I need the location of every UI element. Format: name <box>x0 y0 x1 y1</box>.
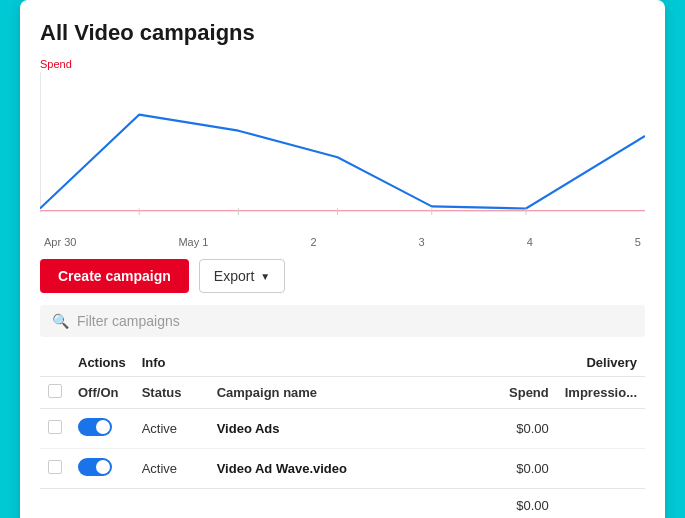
impressions-cell-0 <box>557 409 645 449</box>
filter-bar[interactable]: 🔍 Filter campaigns <box>40 305 645 337</box>
info-group-header: Info <box>134 349 477 377</box>
actions-group-label-cell: Actions <box>70 349 134 377</box>
total-spend: $0.00 <box>477 489 557 519</box>
impressions-cell-1 <box>557 449 645 489</box>
export-label: Export <box>214 268 254 284</box>
status-cell-1: Active <box>134 449 209 489</box>
x-label-4: 4 <box>527 236 533 248</box>
delivery-group-header: Delivery <box>477 349 645 377</box>
spend-cell-0: $0.00 <box>477 409 557 449</box>
row-checkbox-0[interactable] <box>40 409 70 449</box>
group-header-row: Actions Info Delivery <box>40 349 645 377</box>
spend-cell-1: $0.00 <box>477 449 557 489</box>
main-card: All Video campaigns Spend Apr 30 May 1 2… <box>20 0 665 518</box>
chevron-down-icon: ▼ <box>260 271 270 282</box>
total-impressions <box>557 489 645 519</box>
page-title: All Video campaigns <box>40 20 645 46</box>
th-campaign-name: Campaign name <box>209 377 477 409</box>
spend-chart <box>40 72 645 232</box>
campaign-name-cell-0[interactable]: Video Ads <box>209 409 477 449</box>
x-label-5: 5 <box>635 236 641 248</box>
x-label-2: 2 <box>310 236 316 248</box>
th-spend: Spend <box>477 377 557 409</box>
actions-group-header <box>40 349 70 377</box>
export-button[interactable]: Export ▼ <box>199 259 285 293</box>
table-row: Active Video Ads $0.00 <box>40 409 645 449</box>
th-status: Status <box>134 377 209 409</box>
x-label-0: Apr 30 <box>44 236 76 248</box>
create-campaign-button[interactable]: Create campaign <box>40 259 189 293</box>
toggle-cell-1[interactable] <box>70 449 134 489</box>
x-label-1: May 1 <box>178 236 208 248</box>
x-label-3: 3 <box>419 236 425 248</box>
toggle-0[interactable] <box>78 418 112 436</box>
x-axis-labels: Apr 30 May 1 2 3 4 5 <box>40 236 645 248</box>
select-all-checkbox[interactable] <box>48 384 62 398</box>
table-row: Active Video Ad Wave.video $0.00 <box>40 449 645 489</box>
total-label <box>40 489 477 519</box>
chart-area: Spend Apr 30 May 1 2 3 4 5 <box>40 58 645 243</box>
toggle-1[interactable] <box>78 458 112 476</box>
filter-placeholder: Filter campaigns <box>77 313 180 329</box>
campaigns-table: Actions Info Delivery Off/On Status Camp… <box>40 349 645 518</box>
search-icon: 🔍 <box>52 313 69 329</box>
chart-spend-label: Spend <box>40 58 72 70</box>
campaign-name-cell-1[interactable]: Video Ad Wave.video <box>209 449 477 489</box>
th-offon: Off/On <box>70 377 134 409</box>
total-row: $0.00 <box>40 489 645 519</box>
toggle-cell-0[interactable] <box>70 409 134 449</box>
sub-header-row: Off/On Status Campaign name Spend Impres… <box>40 377 645 409</box>
th-select-all[interactable] <box>40 377 70 409</box>
status-cell-0: Active <box>134 409 209 449</box>
toolbar: Create campaign Export ▼ <box>40 259 645 293</box>
row-checkbox-1[interactable] <box>40 449 70 489</box>
th-impressions: Impressio... <box>557 377 645 409</box>
